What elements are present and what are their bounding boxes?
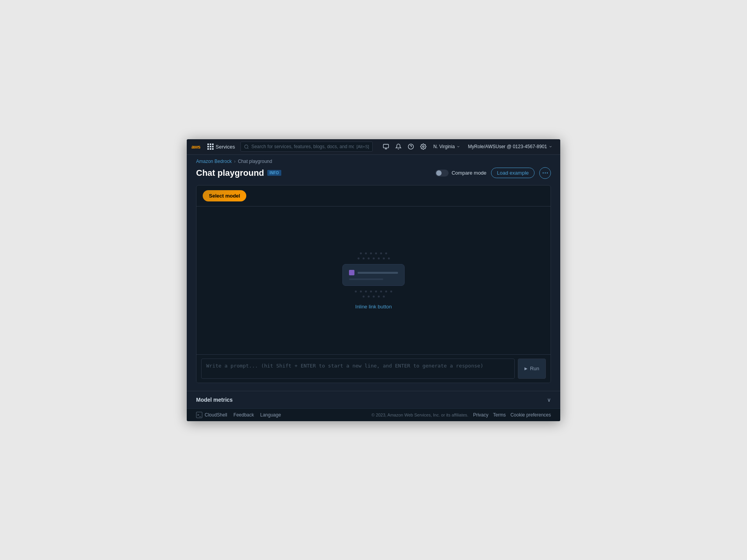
search-icon — [244, 144, 249, 149]
cookie-preferences-link[interactable]: Cookie preferences — [510, 412, 551, 418]
bell-icon-button[interactable] — [393, 141, 404, 152]
main-content: Select model — [187, 185, 560, 391]
run-label: Run — [530, 366, 539, 371]
model-popup-card — [342, 264, 405, 286]
dots-row-1 — [360, 252, 387, 254]
dot — [390, 290, 392, 292]
region-button[interactable]: N. Virginia — [430, 142, 463, 151]
dot — [368, 296, 370, 298]
breadcrumb: Amazon Bedrock › Chat playground — [187, 155, 560, 164]
search-shortcut: [Alt+S] — [356, 144, 369, 149]
model-metrics-bar[interactable]: Model metrics ∨ — [187, 391, 560, 408]
model-metrics-label: Model metrics — [196, 397, 233, 403]
dot — [360, 252, 362, 254]
cloudshell-label: CloudShell — [205, 412, 227, 418]
privacy-link[interactable]: Privacy — [473, 412, 488, 418]
toggle-switch[interactable] — [435, 170, 449, 177]
svg-line-1 — [247, 148, 248, 149]
user-label: MyRole/AWSUser @ 0123-4567-8901 — [468, 144, 547, 149]
terms-link[interactable]: Terms — [493, 412, 506, 418]
footer-copyright: © 2023, Amazon Web Services, Inc. or its… — [372, 413, 468, 417]
run-icon: ▶ — [524, 366, 528, 371]
dots-row-2 — [358, 257, 390, 259]
aws-logo: aws — [191, 144, 200, 150]
grid-icon — [207, 144, 214, 150]
dot — [375, 252, 377, 254]
dot — [365, 252, 367, 254]
compare-mode-toggle[interactable]: Compare mode — [435, 170, 487, 177]
more-options-icon: ⋯ — [542, 169, 548, 177]
footer-left: >_ CloudShell Feedback Language — [196, 412, 281, 418]
dot — [368, 257, 370, 259]
run-button[interactable]: ▶ Run — [518, 359, 546, 379]
popup-icon — [349, 270, 354, 275]
dot — [373, 296, 375, 298]
dot — [380, 252, 382, 254]
terminal-icon-button[interactable] — [381, 141, 391, 152]
svg-point-0 — [245, 145, 248, 148]
footer: >_ CloudShell Feedback Language © 2023, … — [187, 408, 560, 421]
chevron-down-metrics-icon: ∨ — [547, 397, 551, 403]
page-header: Chat playground Info Compare mode Load e… — [187, 164, 560, 185]
cloudshell-icon: >_ — [196, 412, 202, 418]
chevron-down-icon-user — [549, 145, 552, 149]
dot — [363, 257, 365, 259]
dot — [380, 290, 382, 292]
breadcrumb-current: Chat playground — [238, 159, 272, 164]
dot — [355, 290, 357, 292]
language-link[interactable]: Language — [260, 412, 281, 418]
more-options-button[interactable]: ⋯ — [539, 167, 551, 179]
compare-mode-label: Compare mode — [452, 170, 487, 176]
dot — [383, 296, 385, 298]
user-menu-button[interactable]: MyRole/AWSUser @ 0123-4567-8901 — [465, 142, 556, 151]
svg-point-7 — [423, 146, 424, 147]
dot — [378, 296, 380, 298]
popup-line-1 — [358, 272, 398, 274]
dot — [373, 257, 375, 259]
inline-link-button[interactable]: Inline link button — [355, 304, 392, 310]
help-icon-button[interactable] — [405, 141, 416, 152]
dot — [375, 290, 377, 292]
chevron-down-icon — [456, 145, 460, 149]
select-model-button[interactable]: Select model — [203, 190, 246, 201]
breadcrumb-separator: › — [234, 159, 235, 164]
cloudshell-button[interactable]: >_ CloudShell — [196, 412, 227, 418]
page-title-area: Chat playground Info — [196, 168, 281, 178]
prompt-input[interactable] — [201, 359, 515, 379]
prompt-area: ▶ Run — [196, 354, 551, 383]
services-button[interactable]: Services — [205, 142, 237, 151]
browser-window: aws Services [Alt+S] — [187, 139, 560, 421]
load-example-button[interactable]: Load example — [491, 168, 535, 178]
services-label: Services — [216, 144, 235, 150]
svg-rect-2 — [383, 144, 388, 148]
dot — [363, 296, 365, 298]
dot — [358, 257, 359, 259]
dots-row-3 — [355, 290, 392, 292]
dot — [370, 252, 372, 254]
dot — [378, 257, 380, 259]
dot — [383, 257, 385, 259]
dot — [385, 290, 387, 292]
info-badge[interactable]: Info — [267, 170, 281, 176]
popup-card-header — [349, 270, 398, 275]
search-input[interactable] — [251, 144, 354, 149]
dot — [385, 252, 387, 254]
chat-container: Select model — [196, 185, 551, 383]
page-title: Chat playground — [196, 168, 264, 178]
top-nav: aws Services [Alt+S] — [187, 139, 560, 155]
dots-row-4 — [363, 296, 385, 298]
dot — [370, 290, 372, 292]
aws-logo-text: aws — [191, 144, 200, 150]
settings-icon-button[interactable] — [418, 141, 429, 152]
dot — [388, 257, 390, 259]
popup-line-2 — [349, 278, 383, 280]
page-actions: Compare mode Load example ⋯ — [435, 167, 551, 179]
breadcrumb-parent-link[interactable]: Amazon Bedrock — [196, 159, 231, 164]
footer-right: © 2023, Amazon Web Services, Inc. or its… — [372, 412, 551, 418]
chat-messages-area: Inline link button — [196, 206, 551, 354]
nav-icons: N. Virginia MyRole/AWSUser @ 0123-4567-8… — [381, 141, 556, 152]
feedback-link[interactable]: Feedback — [233, 412, 254, 418]
dot — [365, 290, 367, 292]
region-label: N. Virginia — [433, 144, 455, 149]
search-bar[interactable]: [Alt+S] — [240, 142, 373, 152]
